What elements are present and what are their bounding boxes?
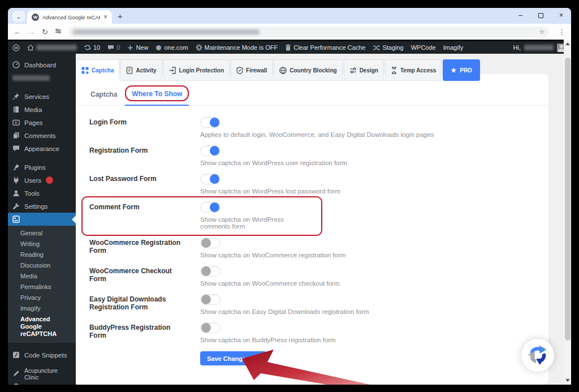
tab-temp-access[interactable]: Temp Access <box>385 59 442 81</box>
setting-row-comment-form: Comment Form Show captcha on WordPress c… <box>89 202 316 230</box>
pages-icon <box>12 132 20 139</box>
back-button[interactable]: ← <box>14 28 21 36</box>
sidebar-item-appearance[interactable]: Plugins <box>8 161 76 174</box>
tab-country-blocking[interactable]: Country Blocking <box>274 59 342 81</box>
gear-icon <box>196 44 202 51</box>
scrollbar-thumb[interactable] <box>565 58 571 341</box>
sidebar-item-users[interactable]: Tools <box>8 187 76 200</box>
forward-button[interactable]: → <box>28 28 35 36</box>
sidebar-item-acupuncture-clinic[interactable]: Acupuncture Clinic <box>8 367 76 380</box>
submenu-item-imagify[interactable]: Imagify <box>8 303 76 314</box>
tab-captcha[interactable]: Captcha <box>76 59 119 81</box>
check-icon: ✓ <box>254 355 260 362</box>
setting-row-lost-password-form: Lost Password Form Show captcha on WordP… <box>89 174 548 195</box>
window-maximize-button[interactable] <box>538 13 543 18</box>
clear-cache-menu-item[interactable]: Clear Performance Cache <box>285 44 365 51</box>
tab-close-icon[interactable]: × <box>103 14 107 20</box>
submenu-item-permalinks[interactable]: Permalinks <box>8 282 76 292</box>
wpcode-menu-item[interactable]: WPCode <box>411 44 436 51</box>
sidebar-item-posts[interactable]: Services <box>8 90 76 103</box>
setting-label: WooCommerce Registration Form <box>89 238 200 259</box>
sidebar-item-services[interactable]: Media <box>8 103 76 116</box>
scroll-up-arrow-icon[interactable] <box>565 42 570 45</box>
submenu-item-discussion[interactable]: Discussion <box>8 260 76 271</box>
redacted-site-name <box>36 45 77 50</box>
tab-pro[interactable]: ★ PRO <box>443 59 480 81</box>
registration-form-toggle[interactable] <box>200 145 221 156</box>
updates-count: 10 <box>93 44 100 51</box>
annotation-box-where-to-show: Where To Show <box>125 85 189 101</box>
url-bar[interactable]: ☆ <box>68 27 549 37</box>
sidebar-item-collapse-menu[interactable]: Collapse menu <box>8 380 76 385</box>
annotation-box-comment-form: Comment Form Show captcha on WordPress c… <box>81 196 322 236</box>
sidebar-item-pages[interactable]: Comments <box>8 129 76 142</box>
submenu-item-privacy[interactable]: Privacy <box>8 292 76 303</box>
window-close-button[interactable]: × <box>559 12 563 19</box>
login-form-toggle[interactable] <box>200 117 221 128</box>
tab-activity[interactable]: Activity <box>120 59 162 81</box>
edd-registration-toggle[interactable] <box>200 294 221 305</box>
site-menu-item[interactable] <box>27 44 77 51</box>
wp-logo-icon[interactable]: W <box>12 44 20 51</box>
brush-icon <box>12 163 20 171</box>
updates-icon <box>84 44 91 51</box>
comments-menu-item[interactable]: 0 <box>107 44 120 51</box>
submenu-item-media[interactable]: Media <box>8 271 76 282</box>
updates-menu-item[interactable]: 10 <box>84 44 100 51</box>
sidebar-item-tools[interactable]: Settings <box>8 200 76 213</box>
lost-password-form-toggle[interactable] <box>200 174 221 184</box>
save-changes-button[interactable]: Save Changes✓ <box>200 351 266 365</box>
plugin-settings-page: Captcha Activity Login Protection Firewa… <box>76 54 571 385</box>
sliders-icon <box>349 67 357 74</box>
redacted-menu-item <box>12 75 50 81</box>
setting-label: Login Form <box>89 117 200 138</box>
bookmark-star-icon[interactable]: ☆ <box>539 28 545 36</box>
setting-row-woocommerce-registration-form: WooCommerce Registration Form Show captc… <box>89 238 548 259</box>
tab-login-protection[interactable]: Login Protection <box>163 59 230 81</box>
scroll-down-arrow-icon[interactable] <box>565 379 570 382</box>
sidebar-item-comments[interactable]: Appearance <box>8 142 76 155</box>
new-content-menu-item[interactable]: New <box>127 44 148 51</box>
setting-description: Show captcha on WooCommerce registration… <box>200 252 548 259</box>
comment-form-toggle[interactable] <box>200 202 221 213</box>
submenu-item-reading[interactable]: Reading <box>8 249 76 260</box>
buddypress-registration-toggle[interactable] <box>200 322 221 333</box>
sidebar-item-code-snippets[interactable]: Code Snippets <box>8 348 76 361</box>
tab-search-chevron-icon[interactable]: ⌄ <box>12 11 25 22</box>
sidebar-item-plugins[interactable]: Users <box>8 174 76 187</box>
settings-submenu: General Writing Reading Discussion Media… <box>8 226 76 343</box>
page-scrollbar[interactable] <box>564 40 571 385</box>
account-menu-item[interactable]: Hi, <box>513 44 565 52</box>
sidebar-item-dashboard[interactable]: Dashboard <box>8 58 76 71</box>
subtab-where-to-show[interactable]: Where To Show <box>132 90 182 98</box>
sidebar-item-redacted[interactable] <box>8 71 76 84</box>
sidebar-item-settings[interactable] <box>8 213 76 226</box>
setting-description: Show captcha on WooCommerce checkout for… <box>200 280 548 287</box>
reload-button[interactable]: ↻ <box>42 28 48 36</box>
svg-text:W: W <box>14 46 18 50</box>
active-subtab-underline: Where To Show <box>125 85 189 106</box>
submenu-item-writing[interactable]: Writing <box>8 239 76 249</box>
recaptcha-logo-icon <box>528 345 548 365</box>
maintenance-mode-menu-item[interactable]: Maintenance Mode is OFF <box>196 44 278 51</box>
woocommerce-checkout-toggle[interactable] <box>200 266 221 277</box>
setting-description: Show captcha on WordPress comments form <box>200 216 316 230</box>
tab-firewall[interactable]: Firewall <box>231 59 273 81</box>
wordpress-favicon-icon: W <box>32 14 39 21</box>
host-menu-item[interactable]: one.com <box>155 44 188 51</box>
browser-menu-icon[interactable]: ⋮ <box>558 28 565 36</box>
window-minimize-button[interactable]: – <box>518 12 522 19</box>
sidebar-item-media[interactable]: Pages <box>8 116 76 129</box>
staging-menu-item[interactable]: Staging <box>373 44 403 51</box>
submenu-item-advanced-google-recaptcha[interactable]: Advanced Google reCAPTCHA <box>8 314 76 339</box>
new-tab-button[interactable]: + <box>118 11 123 21</box>
browser-tab[interactable]: W Advanced Google reCAPTCHA × <box>27 10 112 24</box>
submenu-item-general[interactable]: General <box>8 228 76 239</box>
setting-row-woocommerce-checkout-form: WooCommerce Checkout Form Show captcha o… <box>89 266 548 287</box>
tune-icon[interactable] <box>55 28 62 36</box>
imagify-menu-item[interactable]: Imagify <box>443 44 463 51</box>
subtab-captcha[interactable]: Captcha <box>90 91 117 105</box>
woocommerce-registration-toggle[interactable] <box>200 238 221 248</box>
browser-tab-title: Advanced Google reCAPTCHA <box>42 14 100 20</box>
tab-design[interactable]: Design <box>344 59 384 81</box>
